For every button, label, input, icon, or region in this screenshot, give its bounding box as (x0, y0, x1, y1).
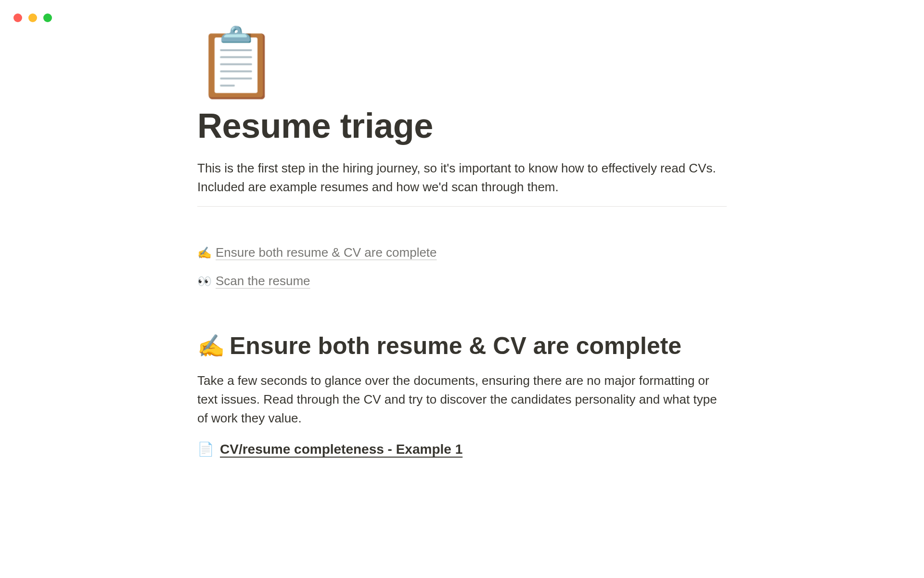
page-title[interactable]: Resume triage (197, 106, 727, 145)
toc-link-label: Ensure both resume & CV are complete (216, 245, 437, 260)
section-heading-ensure-complete: ✍️ Ensure both resume & CV are complete (197, 332, 727, 360)
subpage-link-example-1[interactable]: 📄 CV/resume completeness - Example 1 (197, 441, 727, 457)
toc-item-scan-resume[interactable]: 👀 Scan the resume (197, 274, 727, 289)
window-minimize-button[interactable] (28, 13, 37, 22)
divider (197, 206, 727, 207)
writing-hand-icon: ✍️ (197, 246, 212, 260)
intro-paragraph: This is the first step in the hiring jou… (197, 159, 727, 197)
subpage-link-label: CV/resume completeness - Example 1 (220, 442, 462, 457)
page-icon-clipboard[interactable]: 📋 (194, 29, 727, 96)
window-controls (13, 13, 52, 22)
toc-item-ensure-complete[interactable]: ✍️ Ensure both resume & CV are complete (197, 245, 727, 260)
page-icon: 📄 (197, 441, 214, 457)
eyes-icon: 👀 (197, 275, 212, 288)
window-close-button[interactable] (13, 13, 22, 22)
window-maximize-button[interactable] (43, 13, 52, 22)
toc-link-label: Scan the resume (216, 274, 310, 289)
writing-hand-icon: ✍️ (197, 333, 225, 359)
page-content: 📋 Resume triage This is the first step i… (120, 0, 804, 457)
section-body: Take a few seconds to glance over the do… (197, 371, 727, 428)
section-heading-text: Ensure both resume & CV are complete (230, 332, 681, 360)
table-of-contents: ✍️ Ensure both resume & CV are complete … (197, 245, 727, 289)
